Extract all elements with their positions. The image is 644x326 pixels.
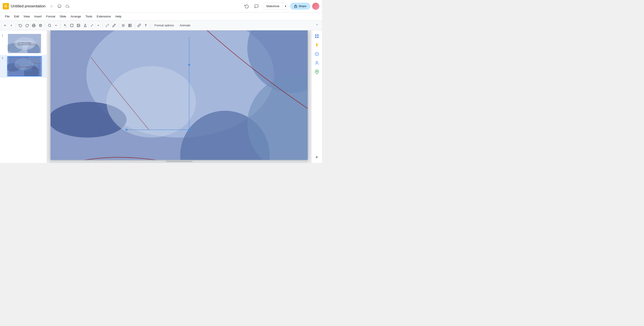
zoom-dropdown-button[interactable]: ▾ bbox=[53, 22, 59, 28]
cloud-save-button[interactable] bbox=[64, 3, 71, 9]
svg-rect-0 bbox=[58, 5, 61, 7]
app-icon: G bbox=[3, 3, 9, 9]
menu-file[interactable]: File bbox=[3, 14, 12, 19]
zoom-button[interactable] bbox=[46, 22, 53, 28]
share-label: Share bbox=[298, 4, 306, 8]
svg-marker-9 bbox=[84, 24, 86, 27]
svg-point-51 bbox=[316, 71, 317, 72]
add-addon-button[interactable]: + bbox=[313, 153, 321, 161]
main-area: 1 How To Make An Aesthetic Presentation … bbox=[0, 30, 322, 163]
menu-slide[interactable]: Slide bbox=[58, 14, 68, 19]
table-button[interactable] bbox=[127, 22, 133, 28]
toolbar-separator-7 bbox=[150, 23, 150, 28]
svg-rect-45 bbox=[317, 35, 318, 36]
keep-addon-button[interactable] bbox=[313, 41, 321, 49]
svg-rect-6 bbox=[70, 24, 73, 27]
slide-item-1[interactable]: 1 How To Make An Aesthetic Presentation … bbox=[0, 32, 47, 55]
slideshow-button[interactable]: Slideshow bbox=[262, 3, 283, 9]
add-button[interactable]: + bbox=[2, 22, 8, 28]
fill-color-button[interactable] bbox=[104, 22, 110, 28]
doc-title: Untitled presentation bbox=[11, 4, 46, 8]
undo-button[interactable] bbox=[17, 22, 24, 28]
cursor-button[interactable]: ↖ bbox=[62, 22, 68, 28]
svg-rect-2 bbox=[294, 6, 297, 7]
scrollbar-track bbox=[52, 161, 306, 162]
pen-button[interactable] bbox=[111, 22, 117, 28]
print-button[interactable] bbox=[31, 22, 37, 28]
svg-point-4 bbox=[48, 24, 51, 26]
toolbar: + ▾ ▾ ↖ ▾ bbox=[0, 20, 322, 30]
tasks-addon-button[interactable] bbox=[313, 50, 321, 58]
redo-button[interactable] bbox=[24, 22, 30, 28]
menu-bar: File Edit View Insert Format Slide Arran… bbox=[0, 12, 322, 20]
menu-help[interactable]: Help bbox=[113, 14, 124, 19]
slide-panel: 1 How To Make An Aesthetic Presentation … bbox=[0, 30, 47, 163]
sheets-addon-button[interactable] bbox=[313, 32, 321, 40]
svg-rect-3 bbox=[33, 26, 35, 27]
slideshow-dropdown-button[interactable]: ▾ bbox=[283, 3, 288, 9]
animate-button[interactable]: Animate bbox=[177, 22, 193, 28]
scrollbar-thumb[interactable] bbox=[166, 161, 192, 162]
toolbar-separator-1 bbox=[16, 23, 16, 28]
avatar[interactable] bbox=[312, 3, 319, 10]
text-align-button[interactable] bbox=[120, 22, 126, 28]
slide-thumb-2 bbox=[7, 56, 42, 76]
drive-button[interactable] bbox=[56, 3, 62, 9]
svg-rect-41 bbox=[188, 64, 190, 66]
slide-number-1: 1 bbox=[2, 34, 5, 37]
svg-rect-44 bbox=[315, 35, 316, 36]
zoom-group: ▾ bbox=[46, 22, 59, 28]
line-dropdown-button[interactable]: ▾ bbox=[95, 22, 101, 28]
star-button[interactable]: ☆ bbox=[48, 3, 54, 9]
svg-line-5 bbox=[50, 26, 51, 27]
slideshow-group: Slideshow ▾ bbox=[262, 3, 288, 9]
slide-item-2[interactable]: 2 bbox=[0, 55, 47, 78]
toolbar-separator-5 bbox=[118, 23, 119, 28]
svg-line-10 bbox=[91, 24, 93, 26]
svg-rect-46 bbox=[315, 37, 316, 38]
comment-button[interactable] bbox=[252, 2, 260, 10]
svg-point-38 bbox=[106, 66, 196, 138]
svg-text:How To Make An Aesthetic: How To Make An Aesthetic bbox=[18, 42, 32, 43]
slide-canvas[interactable] bbox=[50, 30, 308, 160]
line-group: ▾ bbox=[89, 22, 101, 28]
collapse-toolbar-button[interactable]: ⌃ bbox=[314, 22, 320, 28]
menu-edit[interactable]: Edit bbox=[12, 14, 21, 19]
svg-point-8 bbox=[78, 24, 78, 25]
maps-addon-button[interactable] bbox=[313, 68, 321, 76]
svg-rect-42 bbox=[126, 129, 128, 131]
svg-rect-47 bbox=[317, 37, 318, 38]
slide-number-2: 2 bbox=[2, 57, 5, 59]
menu-arrange[interactable]: Arrange bbox=[68, 14, 83, 19]
contacts-addon-button[interactable] bbox=[313, 59, 321, 67]
svg-rect-14 bbox=[128, 24, 131, 27]
select-button[interactable] bbox=[69, 22, 75, 28]
svg-text:Presentation From Scratch: Presentation From Scratch bbox=[18, 44, 32, 45]
svg-rect-43 bbox=[188, 129, 190, 131]
title-bar: G Untitled presentation ☆ Slideshow ▾ Sh… bbox=[0, 0, 322, 12]
link-button[interactable] bbox=[136, 22, 142, 28]
right-sidebar: + bbox=[311, 30, 322, 163]
menu-tools[interactable]: Tools bbox=[83, 14, 94, 19]
svg-point-50 bbox=[316, 61, 318, 63]
menu-insert[interactable]: Insert bbox=[32, 14, 44, 19]
line-button[interactable] bbox=[89, 22, 95, 28]
menu-view[interactable]: View bbox=[21, 14, 32, 19]
add-dropdown-button[interactable]: ▾ bbox=[8, 22, 14, 28]
slide-thumb-1: How To Make An Aesthetic Presentation Fr… bbox=[7, 33, 42, 54]
add-button-group: + ▾ bbox=[2, 22, 14, 28]
paint-format-button[interactable] bbox=[37, 22, 44, 28]
canvas-area[interactable] bbox=[47, 30, 311, 163]
share-button[interactable]: Share bbox=[290, 3, 310, 9]
history-button[interactable] bbox=[242, 2, 251, 10]
format-options-button[interactable]: Format options bbox=[152, 22, 177, 28]
horizontal-scrollbar[interactable] bbox=[50, 160, 308, 163]
toolbar-separator-2 bbox=[45, 23, 45, 28]
image-button[interactable] bbox=[75, 22, 82, 28]
text-box-button[interactable]: T bbox=[143, 22, 149, 28]
menu-format[interactable]: Format bbox=[44, 14, 58, 19]
menu-extensions[interactable]: Extensions bbox=[94, 14, 113, 19]
shape-button[interactable] bbox=[82, 22, 88, 28]
